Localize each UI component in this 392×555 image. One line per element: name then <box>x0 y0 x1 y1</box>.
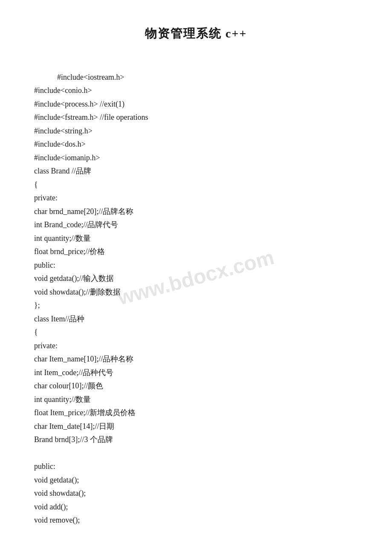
code-line: char Item_date[14];//日期 <box>34 420 358 434</box>
code-line: void showdata();//删除数据 <box>34 286 358 299</box>
code-line: void showdata(); <box>34 487 358 500</box>
code-line: int Brand_code;//品牌代号 <box>34 218 358 232</box>
code-line: void add(); <box>34 500 358 514</box>
code-line: #include<string.h> <box>34 124 358 138</box>
code-line: { <box>34 326 358 339</box>
code-line: private: <box>34 339 358 353</box>
code-line: void remove(); <box>34 514 358 527</box>
code-line <box>34 447 358 460</box>
code-indent <box>34 71 57 84</box>
code-line: char Item_name[10];//品种名称 <box>34 353 358 366</box>
code-line: void getdata();//输入数据 <box>34 272 358 286</box>
code-line: void getdata(); <box>34 474 358 487</box>
code-line: #include<dos.h> <box>34 138 358 151</box>
code-line: { <box>34 178 358 192</box>
code-line: #include<iomanip.h> <box>34 151 358 165</box>
code-line: }; <box>34 299 358 312</box>
code-line: Brand brnd[3];//3 个品牌 <box>34 433 358 447</box>
page-title: 物资管理系统 c++ <box>34 26 358 42</box>
code-block: #include<iostream.h>#include<conio.h>#in… <box>34 57 358 527</box>
code-line: class Brand //品牌 <box>34 165 358 178</box>
code-line: float brnd_price;//价格 <box>34 245 358 259</box>
code-line: #include<conio.h> <box>34 84 358 98</box>
code-line: char colour[10];//颜色 <box>34 379 358 393</box>
code-line: #include<fstream.h> //file operations <box>34 111 358 124</box>
code-line: int Item_code;//品种代号 <box>34 366 358 380</box>
code-line: char brnd_name[20];//品牌名称 <box>34 205 358 219</box>
code-line: float Item_price;//新增成员价格 <box>34 406 358 420</box>
code-line: #include<process.h> //exit(1) <box>34 98 358 111</box>
code-line: public: <box>34 259 358 272</box>
code-line: int quantity;//数量 <box>34 393 358 407</box>
code-line: int quantity;//数量 <box>34 232 358 246</box>
code-line: class Item//品种 <box>34 312 358 326</box>
code-line: public: <box>34 460 358 474</box>
code-line: private: <box>34 191 358 205</box>
code-line: #include<iostream.h> <box>34 71 358 84</box>
